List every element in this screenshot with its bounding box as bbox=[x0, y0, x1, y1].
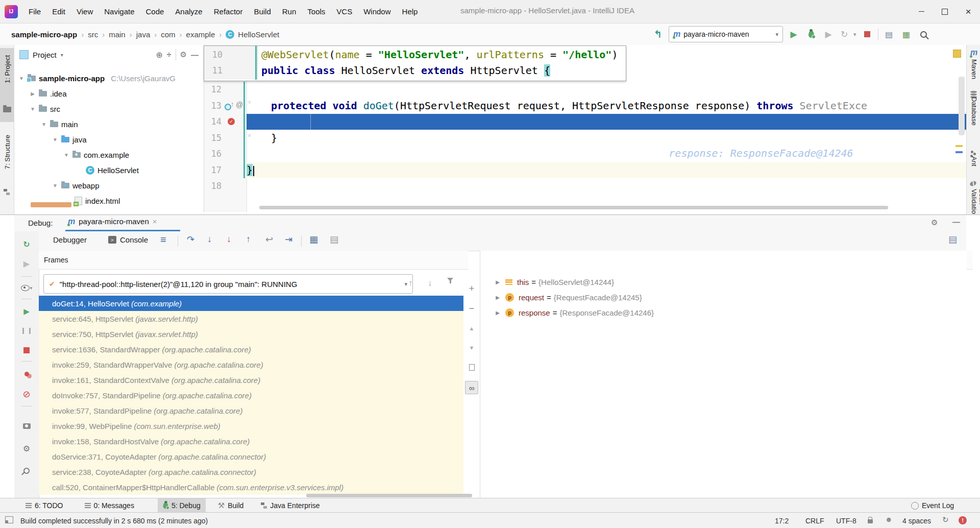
toolwindow-debug[interactable]: 5: Debug bbox=[158, 498, 206, 513]
drop-frame-icon[interactable]: ↩ bbox=[265, 234, 273, 245]
expand-icon[interactable]: ▶ bbox=[495, 310, 501, 316]
collapse-all-icon[interactable]: ÷ bbox=[167, 50, 172, 59]
run-config-selector[interactable]: m payara-micro-maven ▾ bbox=[669, 26, 783, 42]
event-log-button[interactable]: Event Log bbox=[906, 498, 959, 513]
close-button[interactable]: × bbox=[957, 0, 980, 23]
frame-row[interactable]: service:238, CoyoteAdapter (org.apache.c… bbox=[39, 464, 463, 479]
run-to-cursor-icon[interactable]: ⇥ bbox=[285, 234, 292, 245]
expand-icon[interactable]: ▼ bbox=[41, 122, 47, 127]
implements-arrow-icon[interactable]: ↑ bbox=[231, 100, 234, 108]
breadcrumb-example[interactable]: example bbox=[186, 30, 215, 39]
indent-indicator[interactable]: 4 spaces bbox=[902, 517, 931, 525]
menu-run[interactable]: Run bbox=[277, 0, 302, 23]
menu-refactor[interactable]: Refactor bbox=[208, 0, 249, 23]
horizontal-scrollbar[interactable] bbox=[259, 206, 888, 209]
tab-debugger[interactable]: Debugger bbox=[53, 235, 87, 244]
tree-item-class[interactable]: C HelloServlet bbox=[86, 162, 139, 178]
trace-settings-icon[interactable]: ▤ bbox=[330, 234, 338, 245]
expand-icon[interactable]: ▶ bbox=[30, 91, 36, 97]
status-message[interactable]: Build completed successfully in 2 s 680 … bbox=[20, 517, 208, 525]
debug-button[interactable] bbox=[804, 28, 818, 41]
menu-analyze[interactable]: Analyze bbox=[169, 0, 208, 23]
frame-row[interactable]: doInvoke:757, StandardPipeline (org.apac… bbox=[39, 388, 463, 403]
menu-file[interactable]: File bbox=[23, 0, 46, 23]
sidebar-item-project[interactable]: 1: Project bbox=[0, 48, 14, 122]
tree-item-main[interactable]: ▼ main bbox=[41, 116, 78, 132]
gear-icon[interactable]: ⚙ bbox=[14, 442, 39, 455]
preview-window-icon[interactable]: ▦ bbox=[900, 28, 913, 41]
frames-horizontal-scrollbar[interactable] bbox=[306, 494, 472, 497]
gear-icon[interactable]: ⚙ bbox=[180, 50, 187, 59]
step-over-icon[interactable]: ↷ bbox=[187, 234, 194, 245]
inspections-indicator[interactable] bbox=[953, 50, 961, 58]
run-button[interactable]: ▶ bbox=[787, 28, 800, 41]
duplicate-watch-icon[interactable] bbox=[463, 360, 480, 374]
debug-session-tab[interactable]: m payara-micro-maven × bbox=[68, 217, 157, 226]
warning-stripe-mark[interactable] bbox=[955, 145, 963, 147]
minimize-button[interactable] bbox=[910, 0, 933, 23]
rerun-failed-icon[interactable]: ▶ bbox=[14, 257, 39, 270]
frame-row[interactable]: doGet:14, HelloServlet (com.example) bbox=[39, 296, 463, 311]
menu-window[interactable]: Window bbox=[358, 0, 396, 23]
frame-row[interactable]: doService:371, CoyoteAdapter (org.apache… bbox=[39, 449, 463, 464]
stop-icon[interactable] bbox=[14, 344, 39, 357]
breadcrumb-root[interactable]: sample-micro-app bbox=[11, 30, 77, 39]
breadcrumb-java[interactable]: java bbox=[136, 30, 151, 39]
background-tasks-icon[interactable]: ↻ bbox=[942, 515, 949, 524]
search-everywhere-button[interactable] bbox=[917, 28, 930, 41]
frame-row[interactable]: invoke:259, StandardWrapperValve (org.ap… bbox=[39, 357, 463, 372]
breadcrumb-src[interactable]: src bbox=[88, 30, 98, 39]
step-into-icon[interactable]: ↓ bbox=[207, 234, 212, 245]
rerun-icon[interactable]: ↻ bbox=[14, 237, 39, 251]
caret-position[interactable]: 17:2 bbox=[775, 517, 789, 525]
frame-row[interactable]: service:1636, StandardWrapper (org.apach… bbox=[39, 342, 463, 357]
tree-item-index-html[interactable]: index.html bbox=[75, 193, 120, 208]
toolwindow-todo[interactable]: 6: TODO bbox=[20, 498, 68, 513]
pin-icon[interactable] bbox=[14, 464, 39, 477]
thread-selector[interactable]: ✔ "http-thread-pool::http-listener(2)"@1… bbox=[43, 274, 413, 294]
toolwindow-switcher-icon[interactable] bbox=[5, 516, 13, 525]
restore-button[interactable] bbox=[933, 0, 957, 23]
expand-icon[interactable]: ▼ bbox=[52, 137, 58, 142]
coverage-button[interactable]: ▶ bbox=[822, 28, 835, 41]
lock-icon[interactable] bbox=[868, 517, 873, 525]
view-options-eye-icon[interactable]: ▾ bbox=[14, 281, 39, 295]
highlighting-level-icon[interactable]: ☻ bbox=[885, 515, 893, 523]
menu-edit[interactable]: Edit bbox=[46, 0, 71, 23]
next-frame-icon[interactable]: ↓ bbox=[428, 278, 432, 289]
menu-build[interactable]: Build bbox=[248, 0, 276, 23]
expand-icon[interactable]: ▶ bbox=[495, 295, 501, 300]
info-stripe-mark[interactable] bbox=[955, 151, 963, 153]
view-breakpoints-icon[interactable] bbox=[14, 367, 39, 380]
expand-icon[interactable]: ▼ bbox=[30, 106, 36, 112]
frame-row[interactable]: invoke:158, StandardHostValve (org.apach… bbox=[39, 434, 463, 449]
breakpoint-verified-icon[interactable]: ✓ bbox=[228, 118, 235, 125]
tree-item-webapp[interactable]: ▼ webapp bbox=[52, 178, 100, 193]
expand-icon[interactable]: ▼ bbox=[63, 152, 69, 158]
encoding-indicator[interactable]: UTF-8 bbox=[836, 517, 856, 525]
watch-return-values-icon[interactable]: ∞ bbox=[463, 380, 480, 395]
tab-console[interactable]: >Console bbox=[108, 235, 148, 244]
frame-row[interactable]: invoke:161, StandardContextValve (org.ap… bbox=[39, 372, 463, 388]
tree-item-package[interactable]: ▼ com.example bbox=[63, 147, 129, 162]
evaluate-expression-icon[interactable]: ▦ bbox=[309, 234, 318, 245]
hide-panel-icon[interactable]: — bbox=[191, 51, 199, 59]
expand-icon[interactable]: ▼ bbox=[52, 183, 58, 188]
gear-icon[interactable]: ⚙ bbox=[931, 218, 938, 227]
menu-view[interactable]: View bbox=[71, 0, 99, 23]
layout-settings-icon[interactable]: ≡ bbox=[160, 234, 166, 246]
screenshot-icon[interactable] bbox=[14, 419, 39, 433]
mute-breakpoints-icon[interactable]: ⊘ bbox=[14, 388, 39, 401]
frame-row[interactable]: call:520, ContainerMapper$HttpHandlerCal… bbox=[39, 479, 463, 495]
expand-icon[interactable]: ▼ bbox=[18, 76, 24, 81]
variable-row-request[interactable]: ▶ p request = {RequestFacade@14245} bbox=[480, 290, 980, 305]
menu-tools[interactable]: Tools bbox=[302, 0, 331, 23]
variable-row-this[interactable]: ▶ this = {HelloServlet@14244} bbox=[480, 274, 980, 290]
hide-panel-icon[interactable]: — bbox=[952, 218, 960, 226]
toolwindow-messages[interactable]: 0: Messages bbox=[80, 498, 139, 513]
error-notification-icon[interactable]: ! bbox=[959, 516, 967, 524]
filter-frames-icon[interactable] bbox=[447, 281, 453, 290]
toolwindow-java-enterprise[interactable]: Java Enterprise bbox=[256, 498, 325, 513]
frame-row[interactable]: service:750, HttpServlet (javax.servlet.… bbox=[39, 326, 463, 342]
move-down-icon[interactable]: ▼ bbox=[463, 341, 480, 355]
